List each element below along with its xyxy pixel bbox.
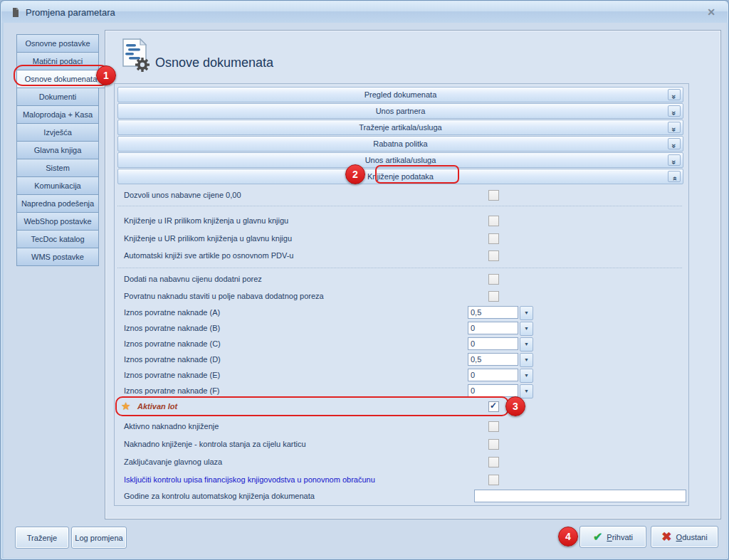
section-label: Unos artikala/usluga [365, 156, 436, 164]
setting-label: Povratnu naknadu staviti u polje nabava … [124, 292, 324, 300]
checkbox[interactable] [488, 421, 499, 432]
sidebar-item-wms-postavke[interactable]: WMS postavke [16, 248, 99, 266]
chevron-down-icon[interactable]: » [668, 122, 681, 133]
sidebar-item-izvjesca[interactable]: Izvješća [16, 123, 99, 142]
log-promjena-button[interactable]: Log promjena [71, 527, 127, 549]
star-icon: ★ [121, 400, 130, 413]
section-trazenje-artikala[interactable]: Traženje artikala/usluga » [117, 120, 683, 135]
sidebar-item-tecdoc-katalog[interactable]: TecDoc katalog [16, 230, 99, 248]
sidebar-item-maloprodaja-kasa[interactable]: Maloprodaja + Kasa [16, 105, 99, 124]
checkbox[interactable] [488, 274, 499, 285]
section-pregled-dokumenata[interactable]: Pregled dokumenata » [117, 87, 683, 102]
chevron-up-icon[interactable]: » [668, 171, 681, 182]
prihvati-button[interactable]: ✔ Prihvati [579, 526, 646, 548]
cross-icon: ✖ [661, 529, 671, 544]
sidebar-item-osnovne-postavke[interactable]: Osnovne postavke [16, 34, 99, 53]
setting-row: Godine za kontrolu automatskog knjiženja… [117, 490, 682, 502]
check-icon: ✔ [593, 530, 602, 544]
odustani-button[interactable]: ✖ Odustani [651, 526, 718, 548]
setting-row: Iznos povratne naknade (D) ▼ [117, 353, 682, 366]
divider [117, 268, 682, 268]
trazenje-button[interactable]: Traženje [15, 527, 69, 549]
chevron-down-icon: ▼ [520, 369, 533, 382]
setting-row: Automatski knjiži sve artikle po osnovno… [117, 249, 682, 262]
chevron-down-icon: ▼ [520, 338, 533, 351]
chevron-down-icon[interactable]: » [668, 154, 681, 166]
naknada-b-input[interactable] [468, 322, 518, 334]
setting-row: Isključiti kontrolu upisa financijskog k… [117, 473, 682, 486]
section-unos-partnera[interactable]: Unos partnera » [117, 103, 683, 119]
setting-label: Knjiženje u UR prilikom knjiženja u glav… [124, 234, 292, 243]
aktivan-lot-checkbox[interactable]: ✓ [488, 401, 499, 412]
section-label: Traženje artikala/usluga [359, 123, 441, 132]
checkbox[interactable] [488, 439, 499, 450]
naknada-c-input[interactable] [468, 337, 518, 350]
dropdown-button[interactable]: ▼ [520, 306, 533, 320]
setting-row: Knjiženje u IR prilikom knjiženja u glav… [117, 214, 682, 227]
checkbox[interactable] [488, 291, 499, 302]
button-label: Prihvati [607, 533, 633, 541]
sidebar-item-osnove-dokumenata[interactable]: Osnove dokumenata [16, 70, 105, 88]
setting-label: Dodati na nabavnu cijenu dodatni porez [124, 275, 262, 283]
sidebar-item-maticni-podaci[interactable]: Matični podaci [16, 52, 99, 70]
dropdown-button[interactable]: ▼ [520, 322, 533, 336]
document-gear-icon [119, 38, 152, 72]
dropdown-button[interactable]: ▼ [520, 384, 533, 398]
page-title: Osnove dokumenata [155, 56, 273, 70]
setting-label: Iznos povratne naknade (F) [124, 386, 220, 395]
setting-label: Knjiženje u IR prilikom knjiženja u glav… [124, 216, 288, 225]
setting-row: Dodati na nabavnu cijenu dodatni porez [117, 273, 682, 285]
sidebar: Osnovne postavke Matični podaci Osnove d… [16, 34, 99, 266]
setting-label: Dozvoli unos nabavne cijene 0,00 [124, 191, 241, 199]
dropdown-button[interactable]: ▼ [520, 369, 533, 383]
chevron-down-icon: ▼ [520, 322, 533, 335]
section-knjizenje-podataka[interactable]: Knjiženje podataka » [117, 169, 683, 184]
app-icon [11, 7, 20, 18]
godine-kontrole-input[interactable] [474, 490, 686, 502]
setting-label: Iznos povratne naknade (B) [124, 324, 220, 332]
checkbox[interactable] [488, 233, 499, 244]
setting-label: Automatski knjiži sve artikle po osnovno… [124, 251, 293, 260]
naknada-a-input[interactable] [468, 306, 518, 319]
divider [117, 206, 682, 206]
setting-row: Iznos povratne naknade (F) ▼ [117, 384, 682, 397]
checkbox[interactable] [488, 457, 499, 467]
checkbox[interactable] [488, 475, 499, 485]
setting-row: Povratnu naknadu staviti u polje nabava … [117, 290, 682, 302]
dropdown-button[interactable]: ▼ [520, 337, 533, 352]
button-label: Log promjena [75, 534, 122, 542]
setting-label: Zaključavanje glavnog ulaza [124, 458, 222, 466]
sidebar-item-sistem[interactable]: Sistem [16, 159, 99, 177]
checkbox[interactable] [488, 190, 499, 201]
setting-label: Iznos povratne naknade (E) [124, 371, 220, 379]
setting-row-aktivan-lot: ★ Aktivan lot ✓ [117, 400, 682, 413]
chevron-down-icon: ▼ [520, 385, 533, 398]
chevron-down-icon: ▼ [520, 307, 533, 319]
naknada-d-input[interactable] [468, 353, 518, 366]
sidebar-item-dokumenti[interactable]: Dokumenti [16, 88, 99, 106]
dropdown-button[interactable]: ▼ [520, 353, 533, 367]
section-label: Pregled dokumenata [364, 90, 437, 99]
section-rabatna-politka[interactable]: Rabatna politka » [117, 136, 683, 152]
checkbox[interactable] [488, 250, 499, 261]
section-label: Rabatna politka [373, 139, 427, 148]
title-bar: Promjena parametara ✕ [1, 1, 728, 23]
checkbox[interactable] [488, 216, 499, 226]
sidebar-item-glavna-knjiga[interactable]: Glavna knjiga [16, 141, 99, 159]
setting-row: Zaključavanje glavnog ulaza [117, 455, 682, 468]
setting-row: Dozvoli unos nabavne cijene 0,00 [117, 189, 682, 201]
close-icon[interactable]: ✕ [705, 6, 718, 19]
naknada-e-input[interactable] [468, 369, 518, 381]
sidebar-item-napredna-podesenja[interactable]: Napredna podešenja [16, 194, 99, 213]
setting-label: Iznos povratne naknade (C) [124, 339, 221, 348]
section-unos-artikala[interactable]: Unos artikala/usluga » [117, 152, 683, 168]
button-label: Odustani [676, 533, 708, 541]
chevron-down-icon[interactable]: » [668, 89, 681, 100]
sidebar-item-webshop-postavke[interactable]: WebShop postavke [16, 212, 99, 231]
chevron-down-icon[interactable]: » [668, 138, 681, 149]
naknada-f-input[interactable] [468, 384, 518, 397]
sidebar-item-komunikacija[interactable]: Komunikacija [16, 176, 99, 195]
chevron-down-icon[interactable]: » [668, 105, 681, 117]
setting-row: Iznos povratne naknade (C) ▼ [117, 337, 682, 350]
chevron-down-icon: ▼ [520, 354, 533, 366]
